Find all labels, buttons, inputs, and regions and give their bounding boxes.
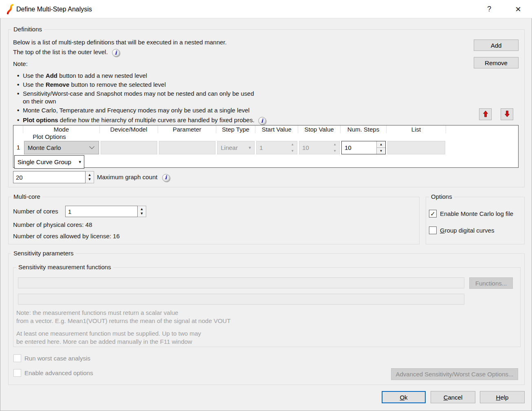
move-up-icon (481, 110, 490, 119)
step-type-combobox: Linear ▾ (217, 141, 255, 154)
multi-core-group-title: Multi-core (11, 193, 42, 200)
multi-step-definition-table: Mode Device/Model Parameter Step Type St… (13, 125, 519, 168)
chevron-down-icon (89, 144, 95, 149)
spin-down-icon: ▼ (288, 148, 297, 154)
window-title: Define Multi-Step Analysis (16, 0, 92, 18)
chevron-down-icon: ▾ (79, 159, 81, 165)
enable-advanced-options-checkbox: ✓ Enable advanced options (13, 369, 93, 377)
dialog-define-multi-step-analysis: { "window": { "title": "Define Multi-Ste… (0, 0, 532, 411)
column-header-plot-options: Plot Options (13, 133, 85, 141)
spin-up-icon[interactable]: ▲ (88, 173, 92, 177)
functions-button: Functions... (469, 277, 513, 289)
checkbox-box[interactable]: ✓ (429, 226, 437, 234)
measurement-note-2: At least one measurement function must b… (16, 330, 201, 346)
options-group-title: Options (429, 193, 454, 200)
checkbox-label: Run worst case analysis (24, 355, 90, 362)
move-down-icon (503, 110, 511, 119)
physical-cores-text: Number of physical cores: 48 (13, 221, 92, 228)
num-steps-spinner[interactable]: 10 ▲▼ (341, 141, 386, 154)
column-header-mode: Mode (23, 125, 100, 133)
bullet-remove: Use the Remove button to remove the sele… (17, 81, 302, 88)
spinner-arrows[interactable]: ▲ ▼ (138, 206, 146, 217)
number-of-cores-spinner[interactable]: 1 ▲ ▼ (65, 206, 146, 217)
title-bar: Define Multi-Step Analysis ? ✕ (0, 0, 532, 18)
max-graph-count-label: Maximum graph count i (97, 171, 170, 183)
help-button[interactable]: Help (480, 391, 525, 403)
column-header-list: List (387, 125, 446, 133)
info-icon[interactable]: i (162, 174, 170, 182)
column-header-start-value: Start Value (255, 125, 298, 133)
close-icon[interactable]: ✕ (507, 0, 530, 18)
spin-down-icon[interactable]: ▼ (140, 212, 144, 215)
cancel-button[interactable]: Cancel (431, 391, 475, 403)
ok-button[interactable]: Ok (382, 391, 426, 403)
bullet-add: Use the Add button to add a new nested l… (17, 72, 302, 79)
run-worst-case-checkbox: ✓ Run worst case analysis (13, 354, 90, 362)
device-model-cell (101, 141, 157, 154)
stop-value-spinner: 10 ▲▼ (299, 141, 340, 154)
definitions-intro-line1: Below is a list of multi-step definition… (13, 39, 226, 46)
info-icon[interactable]: i (258, 117, 266, 125)
table-header-row: Mode Device/Model Parameter Step Type St… (13, 125, 518, 141)
bullet-plot-options: Plot options define how the hierarchy of… (17, 116, 302, 125)
mode-combobox[interactable]: Monte Carlo (24, 141, 99, 154)
number-of-cores-label: Number of cores (13, 206, 58, 217)
enable-monte-carlo-log-checkbox[interactable]: ✓ Enable Monte Carlo log file (429, 210, 513, 218)
definitions-group-title: Definitions (11, 26, 44, 33)
checkbox-box: ✓ (13, 354, 21, 362)
spin-up-icon: ▲ (288, 141, 297, 148)
remove-button[interactable]: Remove (474, 57, 519, 68)
checkbox-label: Group digital curves (440, 227, 494, 234)
add-button[interactable]: Add (474, 40, 519, 51)
list-cell (387, 141, 445, 154)
checkbox-label: Enable advanced options (24, 369, 93, 376)
checkbox-box: ✓ (13, 369, 21, 377)
chevron-down-icon: ▾ (248, 145, 251, 150)
max-graph-count-spinner[interactable]: 20 ▲ ▼ (13, 171, 94, 183)
spin-up-icon[interactable]: ▲ (377, 141, 385, 148)
bullet-sensitivity: Sensitivity/Worst-case and Snapshot mode… (17, 90, 302, 105)
sensitivity-group-title: Sensitivity parameters (11, 250, 76, 257)
spin-down-icon: ▼ (330, 148, 339, 154)
spin-up-icon: ▲ (330, 141, 339, 148)
note-label: Note: (13, 60, 28, 67)
checkbox-box[interactable]: ✓ (429, 210, 437, 218)
column-header-step-type: Step Type (216, 125, 255, 133)
advanced-sensitivity-options-button: Advanced Sensitivity/Worst Case Options.… (391, 368, 518, 380)
spinner-arrows[interactable]: ▲ ▼ (86, 171, 94, 183)
checkmark-icon: ✓ (430, 210, 435, 218)
parameter-cell (159, 141, 215, 154)
measurement-function-field-1 (18, 277, 464, 288)
bullet-monte-carlo: Monte Carlo, Temperature and Frequency m… (17, 106, 302, 114)
spin-down-icon[interactable]: ▼ (377, 148, 385, 154)
measurement-note-1: Note: the measurement functions must ret… (16, 309, 231, 325)
start-value-spinner: 1 ▲▼ (256, 141, 297, 154)
row-number: 1 (13, 141, 23, 154)
spin-down-icon[interactable]: ▼ (88, 178, 92, 181)
group-digital-curves-checkbox[interactable]: ✓ Group digital curves (429, 226, 494, 234)
column-header-parameter: Parameter (158, 125, 216, 133)
column-header-num-steps: Num. Steps (341, 125, 387, 133)
measurement-functions-group-title: Sensitivity measurement functions (16, 264, 113, 270)
help-titlebar-button[interactable]: ? (481, 0, 498, 18)
license-cores-text: Number of cores allowed by license: 16 (13, 233, 120, 240)
move-up-button[interactable] (479, 108, 492, 120)
spin-up-icon[interactable]: ▲ (140, 207, 144, 211)
move-down-button[interactable] (501, 108, 513, 120)
app-logo-icon (6, 4, 15, 16)
info-icon[interactable]: i (112, 49, 120, 57)
column-header-gutter (13, 125, 23, 133)
options-group: Options (426, 197, 525, 244)
table-row[interactable]: 1 Monte Carlo Linear ▾ 1 ▲▼ 10 ▲▼ (13, 141, 518, 156)
definitions-bullet-list: Use the Add button to add a new nested l… (17, 72, 302, 126)
measurement-function-field-2 (18, 294, 464, 305)
plot-options-combobox[interactable]: Single Curve Group ▾ (14, 155, 84, 169)
checkbox-label: Enable Monte Carlo log file (440, 210, 513, 217)
definitions-intro-line2: The top of the list is the outer level. … (13, 48, 120, 57)
column-header-device-model: Device/Model (100, 125, 158, 133)
column-header-stop-value: Stop Value (298, 125, 341, 133)
